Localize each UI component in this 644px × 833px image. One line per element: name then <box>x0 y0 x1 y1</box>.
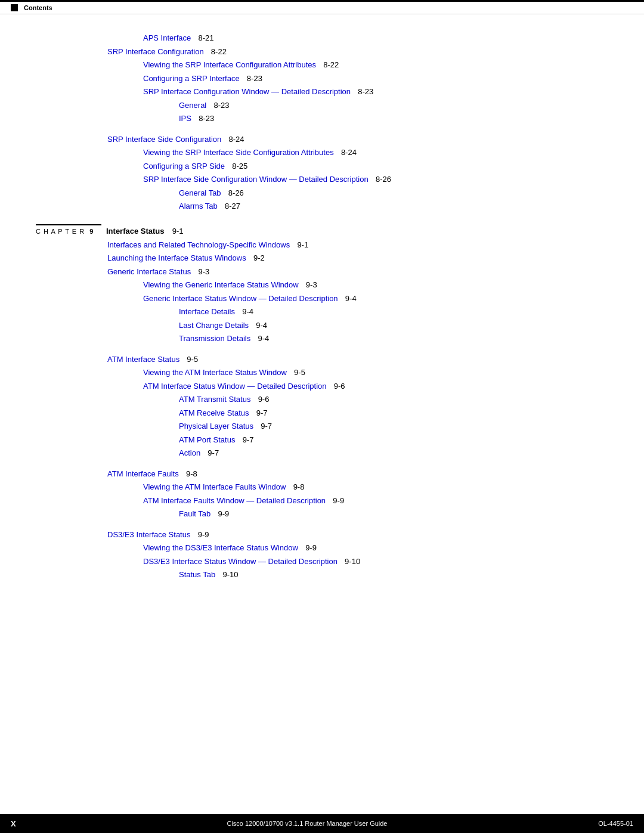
list-item: Viewing the SRP Interface Side Configura… <box>143 147 608 159</box>
configuring-srp-side-link[interactable]: Configuring a SRP Side <box>143 160 225 172</box>
aps-interface-link[interactable]: APS Interface <box>143 32 191 44</box>
generic-window-desc-link[interactable]: Generic Interface Status Window — Detail… <box>143 293 338 305</box>
atm-interface-status-page: 9-5 <box>182 354 198 366</box>
ds3-e3-window-desc-page: 9-10 <box>340 556 360 568</box>
list-item: ATM Interface Faults 9-8 <box>107 468 608 480</box>
list-item: Viewing the DS3/E3 Interface Status Wind… <box>143 542 608 554</box>
configuring-srp-page: 8-23 <box>243 73 262 85</box>
atm-receive-status-link[interactable]: ATM Receive Status <box>179 407 249 419</box>
action-page: 9-7 <box>203 447 219 459</box>
viewing-atm-status-link[interactable]: Viewing the ATM Interface Status Window <box>143 367 287 379</box>
footer-center-text: Cisco 12000/10700 v3.1.1 Router Manager … <box>227 820 387 827</box>
content-area: APS Interface 8-21 SRP Interface Configu… <box>0 14 644 618</box>
atm-faults-window-desc-link[interactable]: ATM Interface Faults Window — Detailed D… <box>143 495 326 507</box>
last-change-details-page: 9-4 <box>252 320 267 332</box>
viewing-srp-side-link[interactable]: Viewing the SRP Interface Side Configura… <box>143 147 334 159</box>
interfaces-related-link[interactable]: Interfaces and Related Technology-Specif… <box>107 239 290 251</box>
list-item: Interfaces and Related Technology-Specif… <box>107 239 608 251</box>
atm-interface-faults-link[interactable]: ATM Interface Faults <box>107 468 179 480</box>
atm-status-window-desc-page: 9-6 <box>330 380 345 392</box>
alarms-tab-page: 8-27 <box>221 200 240 212</box>
chapter-9-title: Interface Status <box>106 227 165 236</box>
fault-tab-page: 9-9 <box>213 508 229 520</box>
status-tab-page: 9-10 <box>218 569 238 581</box>
status-tab-link[interactable]: Status Tab <box>179 569 215 581</box>
srp-ips-page: 8-23 <box>194 113 214 125</box>
srp-side-window-desc-link[interactable]: SRP Interface Side Configuration Window … <box>143 174 369 185</box>
srp-interface-config-page: 8-22 <box>207 46 227 58</box>
srp-config-window-desc-link[interactable]: SRP Interface Configuration Window — Det… <box>143 86 351 98</box>
srp-config-window-desc-page: 8-23 <box>354 86 373 98</box>
chapter-label-9: C H A P T E R 9 <box>36 224 101 235</box>
general-tab-page: 8-26 <box>224 187 244 199</box>
atm-transmit-status-link[interactable]: ATM Transmit Status <box>179 394 250 405</box>
list-item: SRP Interface Side Configuration 8-24 <box>107 134 608 145</box>
chapter-9-page: 9-1 <box>168 227 184 236</box>
srp-side-config-page: 8-24 <box>224 134 244 145</box>
viewing-srp-side-page: 8-24 <box>337 147 357 159</box>
alarms-tab-link[interactable]: Alarms Tab <box>179 200 218 212</box>
atm-receive-status-page: 9-7 <box>252 407 268 419</box>
generic-interface-status-link[interactable]: Generic Interface Status <box>107 266 191 278</box>
list-item: ATM Transmit Status 9-6 <box>179 394 608 405</box>
atm-port-status-page: 9-7 <box>238 434 253 446</box>
list-item: SRP Interface Side Configuration Window … <box>143 174 608 185</box>
list-item: Transmission Details 9-4 <box>179 333 608 345</box>
list-item: DS3/E3 Interface Status Window — Detaile… <box>143 556 608 568</box>
generic-window-desc-page: 9-4 <box>341 293 357 305</box>
srp-interface-config-link[interactable]: SRP Interface Configuration <box>107 46 204 58</box>
viewing-ds3-e3-link[interactable]: Viewing the DS3/E3 Interface Status Wind… <box>143 542 298 554</box>
srp-ips-link[interactable]: IPS <box>179 113 191 125</box>
launching-interface-status-page: 9-2 <box>249 252 265 264</box>
viewing-atm-faults-link[interactable]: Viewing the ATM Interface Faults Window <box>143 481 286 493</box>
list-item: ATM Interface Status Window — Detailed D… <box>143 380 608 392</box>
action-link[interactable]: Action <box>179 447 200 459</box>
list-item: ATM Interface Faults Window — Detailed D… <box>143 495 608 507</box>
ds3-e3-interface-status-link[interactable]: DS3/E3 Interface Status <box>107 529 190 541</box>
physical-layer-status-page: 9-7 <box>256 420 272 432</box>
transmission-details-link[interactable]: Transmission Details <box>179 333 250 345</box>
configuring-srp-side-page: 8-25 <box>228 160 247 172</box>
chapter-9-row: C H A P T E R 9 Interface Status 9-1 <box>36 224 608 236</box>
atm-status-window-desc-link[interactable]: ATM Interface Status Window — Detailed D… <box>143 380 327 392</box>
interfaces-related-page: 9-1 <box>293 239 308 251</box>
list-item: ATM Interface Status 9-5 <box>107 354 608 366</box>
list-item: Viewing the ATM Interface Status Window … <box>143 367 608 379</box>
list-item: Launching the Interface Status Windows 9… <box>107 252 608 264</box>
atm-transmit-status-page: 9-6 <box>253 394 269 405</box>
viewing-srp-config-page: 8-22 <box>319 59 339 71</box>
atm-interface-status-link[interactable]: ATM Interface Status <box>107 354 179 366</box>
general-tab-link[interactable]: General Tab <box>179 187 221 199</box>
interface-details-page: 9-4 <box>238 306 253 318</box>
list-item: Interface Details 9-4 <box>179 306 608 318</box>
list-item: Viewing the ATM Interface Faults Window … <box>143 481 608 493</box>
fault-tab-link[interactable]: Fault Tab <box>179 508 210 520</box>
list-item: General Tab 8-26 <box>179 187 608 199</box>
viewing-generic-page: 9-3 <box>302 279 317 291</box>
interface-details-link[interactable]: Interface Details <box>179 306 235 318</box>
physical-layer-status-link[interactable]: Physical Layer Status <box>179 420 253 432</box>
list-item: Action 9-7 <box>179 447 608 459</box>
viewing-ds3-e3-page: 9-9 <box>301 542 317 554</box>
footer-x-label: X <box>11 819 16 828</box>
launching-interface-status-link[interactable]: Launching the Interface Status Windows <box>107 252 246 264</box>
list-item: APS Interface 8-21 <box>143 32 608 44</box>
last-change-details-link[interactable]: Last Change Details <box>179 320 249 332</box>
viewing-generic-link[interactable]: Viewing the Generic Interface Status Win… <box>143 279 299 291</box>
generic-interface-status-page: 9-3 <box>194 266 209 278</box>
contents-label: Contents <box>24 4 52 11</box>
atm-port-status-link[interactable]: ATM Port Status <box>179 434 235 446</box>
configuring-srp-link[interactable]: Configuring a SRP Interface <box>143 73 240 85</box>
viewing-atm-faults-page: 9-8 <box>289 481 304 493</box>
list-item: IPS 8-23 <box>179 113 608 125</box>
list-item: SRP Interface Configuration 8-22 <box>107 46 608 58</box>
srp-general-link[interactable]: General <box>179 100 206 112</box>
list-item: General 8-23 <box>179 100 608 112</box>
list-item: Alarms Tab 8-27 <box>179 200 608 212</box>
srp-general-page: 8-23 <box>209 100 229 112</box>
ds3-e3-window-desc-link[interactable]: DS3/E3 Interface Status Window — Detaile… <box>143 556 338 568</box>
srp-side-config-link[interactable]: SRP Interface Side Configuration <box>107 134 221 145</box>
header-black-square <box>11 4 18 11</box>
aps-interface-page: 8-21 <box>194 32 213 44</box>
viewing-srp-config-link[interactable]: Viewing the SRP Interface Configuration … <box>143 59 316 71</box>
